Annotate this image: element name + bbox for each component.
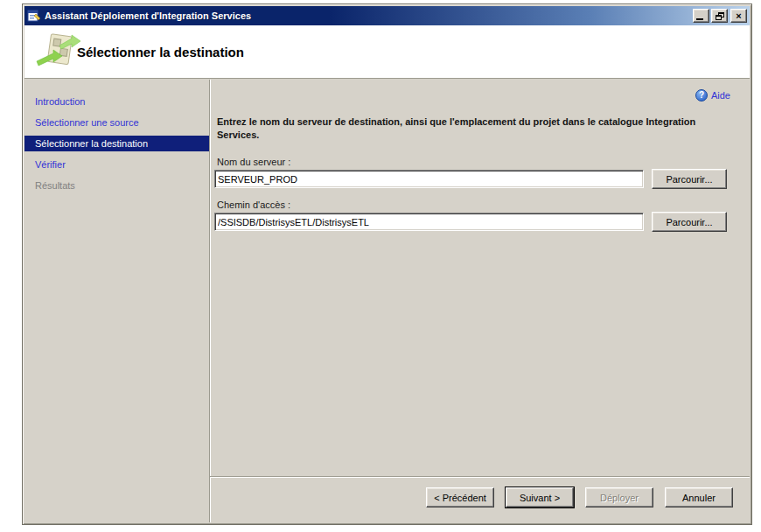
help-icon: ? [695,89,708,102]
path-input[interactable] [214,213,644,231]
sidebar-item-introduction[interactable]: Introduction [24,94,209,109]
page-content: ? Aide Entrez le nom du serveur de desti… [210,80,750,522]
cancel-button[interactable]: Annuler [665,487,733,508]
server-name-label: Nom du serveur : [217,157,290,167]
app-icon [27,9,41,23]
sidebar-item-select-destination[interactable]: Sélectionner la destination [24,136,209,151]
footer-buttons: < Précédent Suivant > Déployer Annuler [426,487,733,508]
browse-path-button[interactable]: Parcourir... [652,212,727,232]
browse-server-button[interactable]: Parcourir... [652,169,727,189]
deploy-button: Déployer [585,487,653,508]
server-name-input[interactable] [214,170,644,188]
titlebar[interactable]: Assistant Déploiement d'Integration Serv… [24,6,750,25]
minimize-icon [696,18,703,20]
close-icon: × [736,11,741,20]
page-title: Sélectionner la destination [77,45,244,60]
main-area: Introduction Sélectionner une source Sél… [24,80,750,522]
wizard-steps-sidebar: Introduction Sélectionner une source Sél… [24,80,210,522]
previous-button[interactable]: < Précédent [426,487,494,508]
sidebar-item-select-source[interactable]: Sélectionner une source [24,115,209,130]
help-link-label: Aide [711,90,730,101]
path-label: Chemin d'accès : [217,200,290,210]
desktop: Assistant Déploiement d'Integration Serv… [0,0,761,532]
wizard-header: Sélectionner la destination [24,25,750,79]
sidebar-item-verify[interactable]: Vérifier [24,157,209,172]
footer-divider [210,476,750,478]
wizard-window: Assistant Déploiement d'Integration Serv… [22,4,752,525]
minimize-button[interactable] [693,9,709,23]
sidebar-item-results: Résultats [24,178,209,193]
window-title: Assistant Déploiement d'Integration Serv… [45,10,691,21]
instruction-text: Entrez le nom du serveur de destination,… [217,116,703,142]
restore-button[interactable] [711,9,728,23]
restore-icon [716,12,724,20]
deployment-package-icon [36,30,81,75]
help-link[interactable]: ? Aide [695,89,730,102]
close-button[interactable]: × [730,9,747,23]
next-button[interactable]: Suivant > [506,487,574,508]
